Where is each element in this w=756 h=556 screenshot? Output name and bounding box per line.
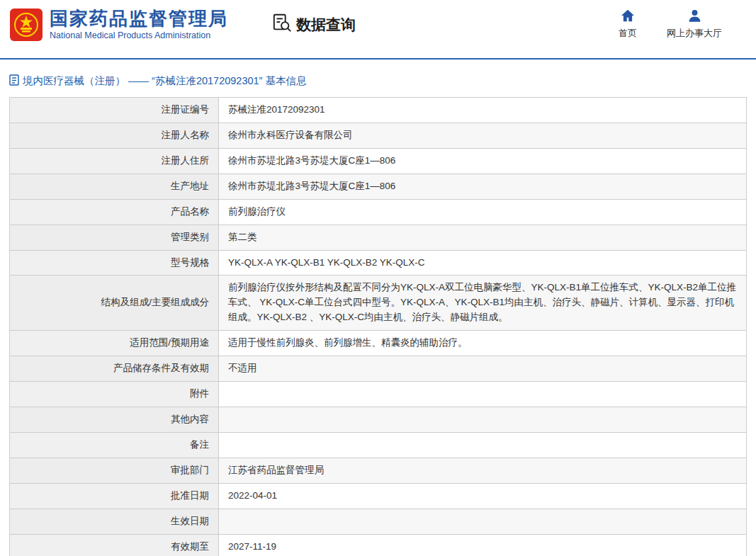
- person-icon: [688, 9, 701, 24]
- page: 国家药品监督管理局 National Medical Products Admi…: [0, 0, 756, 556]
- brand-text: 国家药品监督管理局 National Medical Products Admi…: [50, 8, 228, 40]
- table-row: 注册人住所徐州市苏堤北路3号苏堤大厦C座1—806: [10, 148, 747, 174]
- row-value: [219, 509, 747, 534]
- nav-service-hall[interactable]: 网上办事大厅: [667, 9, 722, 40]
- table-row: 产品储存条件及有效期不适用: [10, 356, 747, 382]
- row-label: 生产地址: [10, 174, 219, 199]
- row-value: [219, 382, 747, 407]
- row-value: 2022-04-01: [219, 483, 747, 509]
- table-row: 生产地址徐州市苏堤北路3号苏堤大厦C座1—806: [10, 174, 747, 199]
- row-value: 2027-11-19: [219, 534, 747, 556]
- table-row: 生效日期: [10, 509, 747, 534]
- org-name-en: National Medical Products Administration: [50, 30, 228, 40]
- org-name-cn: 国家药品监督管理局: [50, 8, 228, 29]
- row-value: 江苏省药品监督管理局: [219, 458, 747, 483]
- row-label: 产品名称: [10, 199, 219, 225]
- row-value: [219, 432, 747, 458]
- document-icon: [9, 74, 19, 88]
- table-row: 适用范围/预期用途适用于慢性前列腺炎、前列腺增生、精囊炎的辅助治疗。: [10, 331, 747, 356]
- row-label: 管理类别: [10, 225, 219, 250]
- table-row: 批准日期2022-04-01: [10, 483, 747, 509]
- table-row: 有效期至2027-11-19: [10, 534, 747, 556]
- table-row: 产品名称前列腺治疗仪: [10, 199, 747, 225]
- table-row: 型号规格YK-QLX-A YK-QLX-B1 YK-QLX-B2 YK-QLX-…: [10, 250, 747, 276]
- row-label: 产品储存条件及有效期: [10, 356, 219, 382]
- row-label: 适用范围/预期用途: [10, 331, 219, 356]
- row-label: 备注: [10, 432, 219, 458]
- nav-service-hall-label: 网上办事大厅: [667, 27, 722, 40]
- row-value: 徐州市永科医疗设备有限公司: [219, 123, 747, 148]
- data-query-icon: [272, 13, 292, 36]
- row-label: 注册人名称: [10, 123, 219, 148]
- row-label: 附件: [10, 382, 219, 407]
- row-value: YK-QLX-A YK-QLX-B1 YK-QLX-B2 YK-QLX-C: [219, 250, 747, 276]
- table-row: 结构及组成/主要组成成分前列腺治疗仪按外形结构及配置不同分为YK-QLX-A双工…: [10, 276, 747, 331]
- row-label: 结构及组成/主要组成成分: [10, 276, 219, 331]
- data-query-label: 数据查询: [296, 15, 356, 35]
- row-value: 徐州市苏堤北路3号苏堤大厦C座1—806: [219, 174, 747, 199]
- row-value: 苏械注准20172092301: [219, 98, 747, 123]
- table-row: 审批部门江苏省药品监督管理局: [10, 458, 747, 483]
- row-value: 徐州市苏堤北路3号苏堤大厦C座1—806: [219, 148, 747, 174]
- nav-home-label: 首页: [619, 27, 637, 40]
- table-row: 附件: [10, 382, 747, 407]
- row-label: 审批部门: [10, 458, 219, 483]
- header-divider: [0, 58, 756, 59]
- nav-home[interactable]: 首页: [619, 9, 637, 40]
- row-label: 生效日期: [10, 509, 219, 534]
- table-row: 注册人名称徐州市永科医疗设备有限公司: [10, 123, 747, 148]
- row-value: 不适用: [219, 356, 747, 382]
- brand[interactable]: 国家药品监督管理局 National Medical Products Admi…: [10, 8, 228, 41]
- row-label: 有效期至: [10, 534, 219, 556]
- row-value: 第二类: [219, 225, 747, 250]
- data-query-title: 数据查询: [272, 13, 356, 36]
- row-label: 批准日期: [10, 483, 219, 509]
- table-row: 注册证编号苏械注准20172092301: [10, 98, 747, 123]
- row-value: 适用于慢性前列腺炎、前列腺增生、精囊炎的辅助治疗。: [219, 331, 747, 356]
- row-value: 前列腺治疗仪: [219, 199, 747, 225]
- home-icon: [621, 9, 635, 24]
- nmpa-emblem-icon: [10, 8, 43, 41]
- row-label: 型号规格: [10, 250, 219, 276]
- breadcrumb: 境内医疗器械（注册） —— “苏械注准20172092301” 基本信息: [9, 74, 756, 88]
- row-label: 其他内容: [10, 407, 219, 432]
- info-table: 注册证编号苏械注准20172092301注册人名称徐州市永科医疗设备有限公司注册…: [9, 97, 747, 556]
- table-row: 管理类别第二类: [10, 225, 747, 250]
- row-label: 注册证编号: [10, 98, 219, 123]
- table-row: 其他内容: [10, 407, 747, 432]
- row-label: 注册人住所: [10, 148, 219, 174]
- row-value: 前列腺治疗仪按外形结构及配置不同分为YK-QLX-A双工位电脑豪华型、YK-QL…: [219, 276, 747, 331]
- table-row: 备注: [10, 432, 747, 458]
- site-header: 国家药品监督管理局 National Medical Products Admi…: [0, 0, 756, 47]
- row-value: [219, 407, 747, 432]
- top-nav: 首页 网上办事大厅: [619, 9, 722, 40]
- breadcrumb-text: 境内医疗器械（注册） —— “苏械注准20172092301” 基本信息: [23, 74, 306, 88]
